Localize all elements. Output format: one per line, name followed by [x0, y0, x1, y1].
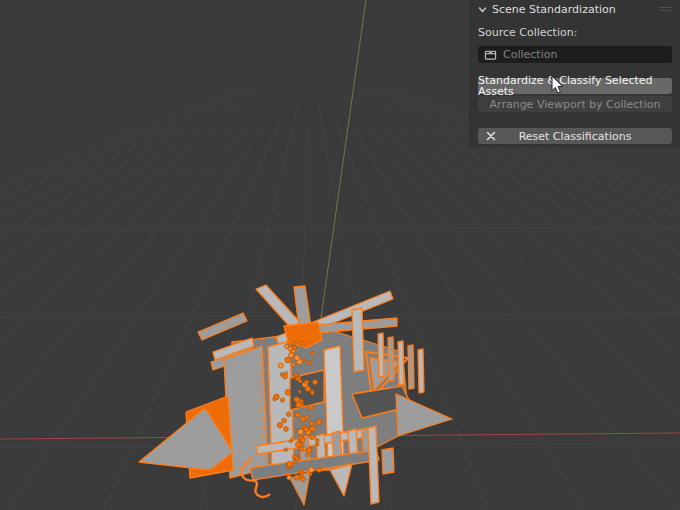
collection-input[interactable]: Collection	[478, 46, 672, 63]
reset-classifications-label: Reset Classifications	[519, 131, 632, 142]
reset-classifications-button[interactable]: Reset Classifications	[478, 128, 672, 144]
arrange-viewport-button[interactable]: Arrange Viewport by Collection	[478, 96, 672, 112]
selected-3d-model	[139, 285, 452, 505]
chevron-down-icon	[478, 5, 487, 14]
close-x-icon	[486, 131, 496, 141]
scene-standardization-panel: Scene Standardization Source Collection:…	[470, 0, 680, 146]
panel-header[interactable]: Scene Standardization	[470, 0, 680, 17]
collection-input-placeholder: Collection	[503, 49, 557, 60]
standardize-classify-button[interactable]: Standardize & Classify Selected Assets	[478, 78, 672, 94]
source-collection-label: Source Collection:	[470, 17, 680, 38]
blender-window: Scene Standardization Source Collection:…	[0, 0, 680, 510]
panel-drag-handle-icon[interactable]	[660, 7, 672, 13]
panel-title: Scene Standardization	[492, 4, 616, 15]
collection-icon	[484, 48, 497, 61]
